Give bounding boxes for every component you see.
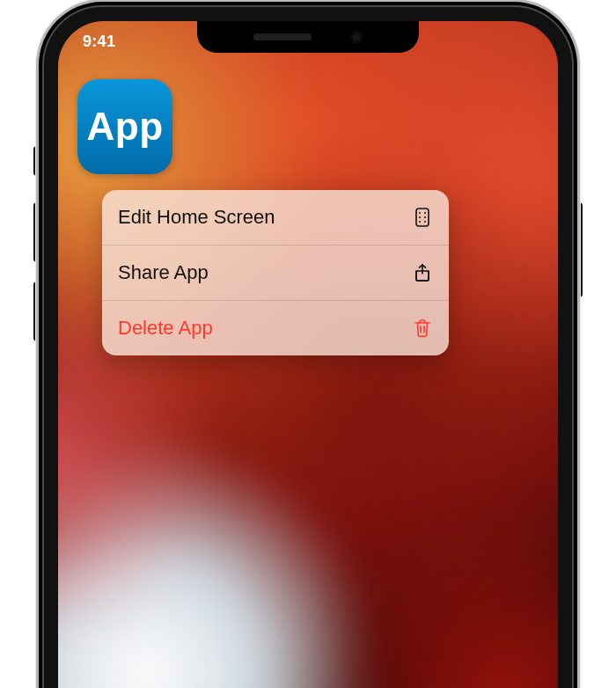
- app-icon-label: App: [86, 105, 163, 149]
- svg-point-9: [419, 212, 421, 214]
- menu-item-share-app[interactable]: Share App: [102, 245, 449, 300]
- iphone-frame: 9:41: [44, 7, 572, 688]
- trash-icon: [412, 318, 433, 339]
- menu-item-label: Edit Home Screen: [118, 206, 275, 229]
- menu-item-label: Share App: [118, 261, 209, 284]
- menu-item-label: Delete App: [118, 317, 213, 340]
- svg-point-14: [424, 221, 426, 223]
- apps-grid-icon: [412, 207, 433, 228]
- volume-down-button: [33, 282, 42, 341]
- svg-point-11: [419, 216, 421, 218]
- mute-switch: [33, 146, 42, 176]
- svg-rect-8: [416, 209, 429, 226]
- share-icon: [412, 262, 433, 283]
- status-time: 9:41: [83, 33, 115, 51]
- menu-item-delete-app[interactable]: Delete App: [102, 300, 449, 355]
- home-screen[interactable]: 9:41: [58, 21, 558, 688]
- status-bar: 9:41: [58, 30, 558, 53]
- svg-point-13: [419, 221, 421, 223]
- menu-item-edit-home-screen[interactable]: Edit Home Screen: [102, 190, 449, 245]
- app-icon[interactable]: App: [77, 79, 172, 174]
- app-context-menu: Edit Home Screen Share App: [102, 190, 449, 355]
- svg-point-12: [424, 216, 426, 218]
- side-button: [574, 202, 583, 297]
- volume-up-button: [33, 202, 42, 262]
- svg-point-10: [424, 212, 426, 214]
